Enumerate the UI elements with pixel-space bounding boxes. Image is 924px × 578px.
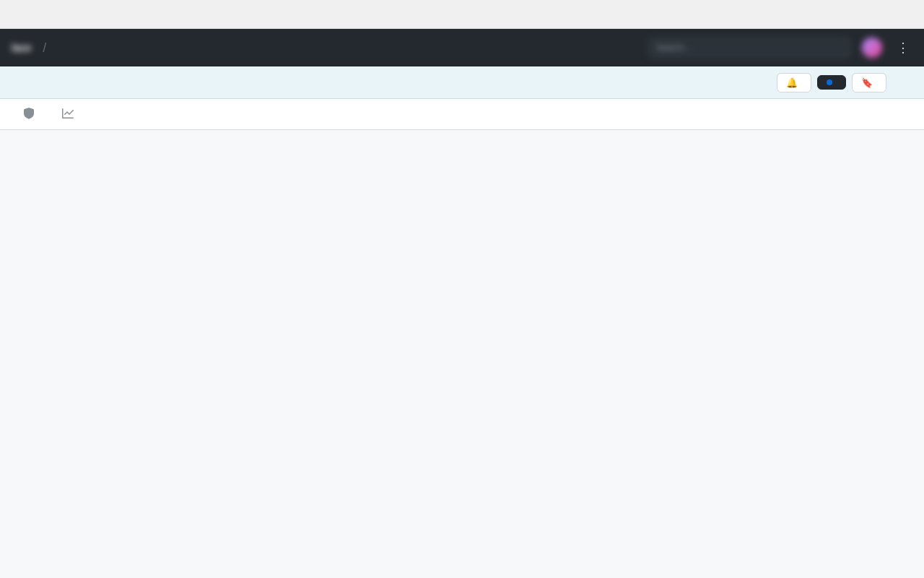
- settings-icon: [101, 108, 113, 119]
- subnav: 🔔 🔖: [0, 66, 924, 99]
- bell-icon: 🔔: [786, 77, 798, 88]
- mark-unread-button[interactable]: [817, 75, 846, 90]
- unread-dot-icon: [827, 79, 832, 85]
- shield-icon: [23, 108, 35, 119]
- tab-settings[interactable]: [90, 99, 124, 129]
- dismiss-button[interactable]: [892, 72, 912, 92]
- bookmark-icon: 🔖: [861, 77, 873, 88]
- tab-insights[interactable]: [51, 99, 90, 129]
- restore-button[interactable]: [869, 3, 892, 26]
- close-button[interactable]: [895, 3, 918, 26]
- repo-tabs: [0, 99, 924, 130]
- titlebar: [0, 0, 924, 29]
- tab-security[interactable]: [12, 99, 51, 129]
- menu-icon[interactable]: ⋮: [894, 37, 912, 59]
- save-button[interactable]: 🔖: [852, 73, 886, 92]
- unsubscribe-button[interactable]: 🔔: [777, 73, 811, 92]
- minimize-button[interactable]: [843, 3, 866, 26]
- search-bar[interactable]: Search...: [648, 38, 850, 58]
- top-navigation: lace / Search... ⋮: [0, 29, 924, 66]
- avatar[interactable]: [862, 38, 882, 58]
- graph-icon: [62, 108, 74, 119]
- search-placeholder: Search...: [656, 43, 842, 53]
- nav-brand: lace: [12, 42, 31, 53]
